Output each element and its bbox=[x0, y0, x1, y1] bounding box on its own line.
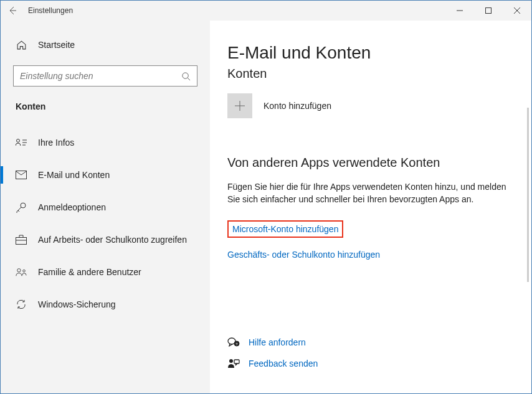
search-icon bbox=[181, 72, 191, 81]
sidebar-section-label: Konten bbox=[1, 98, 210, 115]
home-label: Startseite bbox=[38, 40, 75, 50]
help-icon: ? bbox=[227, 336, 240, 349]
add-account-button[interactable]: Konto hinzufügen bbox=[227, 93, 516, 118]
svg-point-7 bbox=[23, 270, 26, 272]
plus-icon bbox=[227, 93, 252, 118]
window-title: Einstellungen bbox=[28, 6, 73, 15]
main-content: E-Mail und Konten Konten Konto hinzufüge… bbox=[210, 21, 531, 393]
sidebar-item-family[interactable]: Familie & andere Benutzer bbox=[1, 258, 210, 286]
sidebar-item-signin-options[interactable]: Anmeldeoptionen bbox=[1, 194, 210, 221]
sub-heading: Konten bbox=[227, 67, 516, 81]
home-icon bbox=[16, 39, 27, 50]
minimize-button[interactable] bbox=[445, 1, 474, 21]
other-apps-description: Fügen Sie hier die für Ihre Apps verwend… bbox=[227, 181, 516, 205]
close-button[interactable] bbox=[503, 1, 531, 21]
sidebar-item-your-info[interactable]: Ihre Infos bbox=[1, 129, 210, 156]
sidebar-item-label: Windows-Sicherung bbox=[38, 299, 116, 309]
svg-point-2 bbox=[17, 139, 20, 143]
sidebar: Startseite Konten Ihre Infos E-Mail bbox=[1, 21, 210, 393]
scrollbar[interactable] bbox=[527, 108, 529, 282]
key-icon bbox=[16, 202, 27, 213]
people-icon bbox=[16, 266, 27, 278]
person-card-icon bbox=[16, 137, 27, 148]
svg-point-11 bbox=[229, 359, 233, 363]
svg-rect-5 bbox=[16, 238, 27, 245]
maximize-button[interactable] bbox=[474, 1, 503, 21]
home-link[interactable]: Startseite bbox=[1, 35, 210, 54]
sync-icon bbox=[16, 299, 27, 310]
sidebar-item-label: E-Mail und Konten bbox=[38, 170, 110, 180]
sidebar-item-backup[interactable]: Windows-Sicherung bbox=[1, 291, 210, 318]
feedback-link[interactable]: Feedback senden bbox=[227, 357, 318, 370]
other-apps-heading: Von anderen Apps verwendete Konten bbox=[227, 156, 516, 170]
sidebar-item-work-school[interactable]: Auf Arbeits- oder Schulkonto zugreifen bbox=[1, 226, 210, 253]
settings-window: Einstellungen Startseite bbox=[0, 0, 532, 394]
back-button[interactable] bbox=[7, 5, 18, 16]
add-account-label: Konto hinzufügen bbox=[264, 101, 331, 111]
help-label: Hilfe anfordern bbox=[249, 337, 306, 347]
svg-rect-12 bbox=[234, 360, 239, 364]
svg-point-4 bbox=[21, 203, 26, 208]
sidebar-item-label: Anmeldeoptionen bbox=[38, 202, 106, 212]
sidebar-item-email-accounts[interactable]: E-Mail und Konten bbox=[1, 161, 210, 189]
feedback-label: Feedback senden bbox=[249, 359, 318, 368]
search-input[interactable] bbox=[20, 71, 181, 81]
feedback-icon bbox=[227, 357, 240, 370]
svg-point-1 bbox=[183, 72, 188, 78]
page-title: E-Mail und Konten bbox=[227, 43, 516, 63]
briefcase-icon bbox=[16, 234, 27, 245]
add-work-school-account-link[interactable]: Geschäfts- oder Schulkonto hinzufügen bbox=[227, 250, 380, 260]
svg-rect-0 bbox=[486, 8, 492, 14]
sidebar-item-label: Auf Arbeits- oder Schulkonto zugreifen bbox=[38, 235, 187, 245]
titlebar: Einstellungen bbox=[1, 1, 531, 21]
mail-icon bbox=[16, 169, 27, 181]
search-box[interactable] bbox=[13, 65, 197, 87]
svg-point-6 bbox=[17, 269, 21, 272]
sidebar-item-label: Familie & andere Benutzer bbox=[38, 267, 141, 277]
sidebar-item-label: Ihre Infos bbox=[38, 138, 74, 148]
add-microsoft-account-link[interactable]: Microsoft-Konto hinzufügen bbox=[227, 220, 343, 238]
get-help-link[interactable]: ? Hilfe anfordern bbox=[227, 336, 318, 349]
